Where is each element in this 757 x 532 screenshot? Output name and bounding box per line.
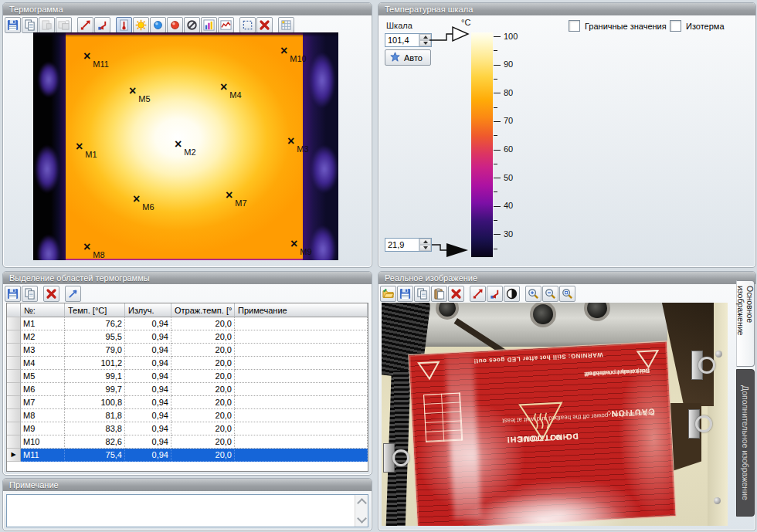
scale-min-down-button[interactable] xyxy=(419,245,431,251)
table-row-M4[interactable]: M4101,20,9420,0 xyxy=(7,357,368,370)
palette-grid-button[interactable] xyxy=(278,17,294,33)
table-row-M3[interactable]: M379,00,9420,0 xyxy=(7,344,368,357)
cell-emissivity[interactable]: 0,94 xyxy=(125,409,171,422)
contrast-button[interactable] xyxy=(504,286,520,302)
cell-reflected-temp[interactable]: 20,0 xyxy=(171,344,235,357)
cell-id[interactable]: M3 xyxy=(21,344,65,357)
save-button[interactable] xyxy=(5,17,21,33)
cell-reflected-temp[interactable]: 20,0 xyxy=(171,396,235,409)
cold-spot-button[interactable] xyxy=(150,17,166,33)
spot-button[interactable] xyxy=(167,17,183,33)
cell-reflected-temp[interactable]: 20,0 xyxy=(171,449,235,462)
cell-note[interactable] xyxy=(235,330,368,344)
boundary-values-checkbox[interactable] xyxy=(569,20,580,32)
zoom-reset-button[interactable] xyxy=(559,286,575,302)
row-selector[interactable] xyxy=(7,409,21,422)
cell-temp[interactable]: 83,8 xyxy=(65,422,125,435)
table-row-M8[interactable]: M881,80,9420,0 xyxy=(7,409,368,422)
row-selector[interactable]: ▶ xyxy=(7,449,21,462)
cell-id[interactable]: M11 xyxy=(21,449,65,462)
row-selector[interactable] xyxy=(7,357,21,370)
zoom-out-button[interactable] xyxy=(542,286,558,302)
measure-marker-M5[interactable]: ×M5 xyxy=(134,88,153,102)
column-header[interactable]: Отраж.темп. [° xyxy=(171,303,235,317)
measure-marker-M9[interactable]: ×M9 xyxy=(295,241,314,255)
scale-max-down-button[interactable] xyxy=(419,40,431,46)
cell-emissivity[interactable]: 0,94 xyxy=(125,396,171,409)
profile-button[interactable] xyxy=(218,17,234,33)
scale-max-input[interactable] xyxy=(385,34,419,46)
column-header[interactable]: №: xyxy=(21,303,65,317)
save-button[interactable] xyxy=(397,286,413,302)
cell-note[interactable] xyxy=(235,409,368,422)
zoom-in-button[interactable] xyxy=(525,286,541,302)
measure-marker-M8[interactable]: ×M8 xyxy=(88,244,107,258)
cell-temp[interactable]: 76,2 xyxy=(65,317,125,330)
cell-reflected-temp[interactable]: 20,0 xyxy=(171,330,235,344)
cell-temp[interactable]: 101,2 xyxy=(65,357,125,370)
cell-temp[interactable]: 99,1 xyxy=(65,370,125,383)
note-scrollbar[interactable] xyxy=(355,495,368,527)
cell-temp[interactable]: 95,5 xyxy=(65,330,125,344)
cell-id[interactable]: M8 xyxy=(21,409,65,422)
cell-id[interactable]: M4 xyxy=(21,357,65,370)
thermometer-button[interactable] xyxy=(116,17,132,33)
table-row-M7[interactable]: M7100,80,9420,0 xyxy=(7,396,368,409)
cell-reflected-temp[interactable]: 20,0 xyxy=(171,409,235,422)
table-row-M9[interactable]: M983,80,9420,0 xyxy=(7,422,368,435)
cell-reflected-temp[interactable]: 20,0 xyxy=(171,370,235,383)
color-scale-bar[interactable] xyxy=(471,32,493,257)
cell-temp[interactable]: 99,7 xyxy=(65,383,125,396)
cell-reflected-temp[interactable]: 20,0 xyxy=(171,357,235,370)
copy-button[interactable] xyxy=(22,17,38,33)
cell-reflected-temp[interactable]: 20,0 xyxy=(171,422,235,435)
select-area-button[interactable] xyxy=(239,17,256,33)
scale-max-up-button[interactable] xyxy=(419,34,431,40)
cell-note[interactable] xyxy=(235,435,368,449)
cell-emissivity[interactable]: 0,94 xyxy=(125,449,171,462)
cell-note[interactable] xyxy=(235,422,368,435)
measure-marker-M1[interactable]: ×M1 xyxy=(80,144,100,158)
measure-marker-M3[interactable]: ×M3 xyxy=(292,138,311,152)
copy-button[interactable] xyxy=(414,286,430,302)
table-row-M6[interactable]: M699,70,9420,0 xyxy=(7,383,368,396)
scroll-down-icon[interactable] xyxy=(357,513,367,524)
move-marker-button[interactable] xyxy=(470,286,486,302)
no-marker-button[interactable] xyxy=(184,17,200,33)
cell-reflected-temp[interactable]: 20,0 xyxy=(171,435,235,449)
hot-spot-button[interactable] xyxy=(133,17,149,33)
cell-temp[interactable]: 82,6 xyxy=(65,435,125,449)
row-selector[interactable] xyxy=(7,422,21,435)
copy-button[interactable] xyxy=(22,286,38,302)
paste-button[interactable] xyxy=(431,286,447,302)
cell-id[interactable]: M10 xyxy=(21,435,65,449)
cell-reflected-temp[interactable]: 20,0 xyxy=(171,317,235,330)
delete-button[interactable] xyxy=(256,17,273,33)
measure-marker-M6[interactable]: ×M6 xyxy=(137,196,157,210)
cell-temp[interactable]: 75,4 xyxy=(65,449,125,462)
cell-note[interactable] xyxy=(235,396,368,409)
delete-button[interactable] xyxy=(448,286,464,302)
row-selector[interactable] xyxy=(7,396,21,409)
delete-button[interactable] xyxy=(43,286,59,302)
row-selector[interactable] xyxy=(7,383,21,396)
table-row-M1[interactable]: M176,20,9420,0 xyxy=(7,317,368,330)
report-button[interactable] xyxy=(39,17,55,33)
cell-id[interactable]: M7 xyxy=(21,396,65,409)
tab-main-image[interactable]: Основное изображение xyxy=(736,280,755,367)
cell-id[interactable]: M9 xyxy=(21,422,65,435)
scale-min-up-button[interactable] xyxy=(419,239,431,245)
cell-id[interactable]: M2 xyxy=(21,330,65,344)
cell-note[interactable] xyxy=(235,449,368,462)
cell-note[interactable] xyxy=(235,370,368,383)
cell-emissivity[interactable]: 0,94 xyxy=(125,370,171,383)
cell-id[interactable]: M5 xyxy=(21,370,65,383)
measure-marker-M4[interactable]: ×M4 xyxy=(225,84,244,98)
measure-marker-M2[interactable]: ×M2 xyxy=(179,141,199,155)
cell-emissivity[interactable]: 0,94 xyxy=(125,317,171,330)
cell-note[interactable] xyxy=(235,317,368,330)
scale-min-input[interactable] xyxy=(385,239,419,251)
cell-id[interactable]: M1 xyxy=(21,317,65,330)
move-area-button[interactable] xyxy=(94,17,110,33)
row-selector[interactable] xyxy=(7,344,21,357)
